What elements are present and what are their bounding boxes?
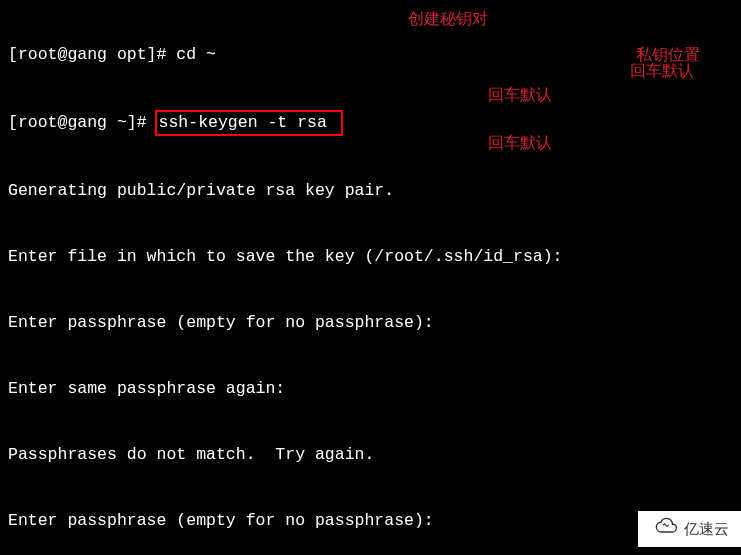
- terminal-line: Passphrases do not match. Try again.: [8, 444, 733, 466]
- terminal-line: Enter passphrase (empty for no passphras…: [8, 312, 733, 334]
- annotation-enter-default: 回车默认: [630, 60, 694, 82]
- watermark-badge: 亿速云: [638, 511, 741, 547]
- highlighted-command: ssh-keygen -t rsa: [155, 110, 343, 136]
- annotation-enter-default: 回车默认: [488, 84, 552, 106]
- terminal-line: Enter file in which to save the key (/ro…: [8, 246, 733, 268]
- annotation-create-keypair: 创建秘钥对: [408, 8, 488, 30]
- terminal-line: Generating public/private rsa key pair.: [8, 180, 733, 202]
- shell-prompt: [root@gang ~]#: [8, 113, 157, 132]
- terminal-line: Enter passphrase (empty for no passphras…: [8, 510, 733, 532]
- terminal-line: [root@gang opt]# cd ~: [8, 44, 733, 66]
- watermark-text: 亿速云: [684, 518, 729, 540]
- terminal-line-command: [root@gang ~]# ssh-keygen -t rsa: [8, 110, 733, 136]
- cloud-icon: [652, 517, 678, 541]
- terminal-line: Enter same passphrase again:: [8, 378, 733, 400]
- annotation-enter-default: 回车默认: [488, 132, 552, 154]
- terminal-output[interactable]: [root@gang opt]# cd ~ [root@gang ~]# ssh…: [0, 0, 741, 555]
